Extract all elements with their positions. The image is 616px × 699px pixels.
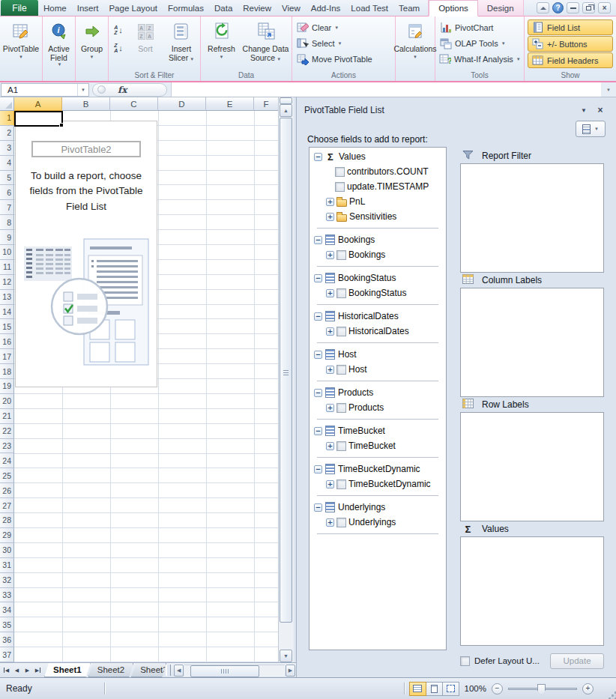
close-icon[interactable]: ×: [598, 2, 611, 13]
vertical-scrollbar-thumb[interactable]: [280, 118, 292, 623]
row-header-23[interactable]: 23: [0, 439, 14, 454]
field-checkbox[interactable]: [336, 441, 346, 451]
horizontal-scrollbar[interactable]: ◀ ▶: [174, 664, 295, 677]
horizontal-scrollbar-thumb[interactable]: [190, 665, 259, 677]
row-header-24[interactable]: 24: [0, 453, 14, 468]
formula-bar-expand-icon[interactable]: ▼: [601, 88, 616, 92]
pivottable-button[interactable]: PivotTable▼: [3, 18, 39, 71]
field-item-timebucket[interactable]: +TimeBucket: [309, 438, 446, 453]
field-checkbox[interactable]: [336, 288, 346, 298]
column-header-d[interactable]: D: [158, 97, 206, 111]
field-group-products[interactable]: −Products: [309, 385, 446, 400]
zoom-slider[interactable]: [508, 688, 577, 690]
row-header-27[interactable]: 27: [0, 498, 14, 513]
row-header-35[interactable]: 35: [0, 617, 14, 632]
update-button[interactable]: Update: [550, 653, 604, 669]
row-header-34[interactable]: 34: [0, 602, 14, 617]
field-group-bookings[interactable]: −Bookings: [309, 232, 446, 247]
previous-sheet-icon[interactable]: ◀: [12, 665, 22, 677]
change-data-source-button[interactable]: Change Data Source▼: [241, 18, 291, 71]
column-header-f[interactable]: F: [254, 97, 278, 111]
drop-zone-row-labels[interactable]: [460, 412, 604, 521]
sheet-tab-sheet2[interactable]: Sheet2: [88, 663, 133, 677]
tab-add-ins[interactable]: Add-Ins: [306, 0, 346, 16]
tab-formulas[interactable]: Formulas: [163, 0, 209, 16]
row-header-31[interactable]: 31: [0, 558, 14, 573]
tab-review[interactable]: Review: [238, 0, 277, 16]
row-header-19[interactable]: 19: [0, 379, 14, 394]
last-sheet-icon[interactable]: ▶: [33, 665, 43, 677]
drop-zone-report-filter[interactable]: [460, 163, 604, 273]
sheet-tab-sheet3[interactable]: Sheet3: [131, 663, 166, 677]
row-header-36[interactable]: 36: [0, 632, 14, 647]
tab-design[interactable]: Design: [478, 0, 523, 16]
expand-icon[interactable]: +: [326, 213, 334, 221]
tab-data[interactable]: Data: [209, 0, 238, 16]
move-pivottable-button[interactable]: Move PivotTable: [292, 51, 395, 67]
field-checkbox[interactable]: [335, 167, 345, 177]
sheet-tab-sheet1[interactable]: Sheet1: [44, 663, 91, 677]
restore-icon[interactable]: [582, 2, 595, 13]
expand-icon[interactable]: +: [326, 518, 334, 527]
scroll-left-icon[interactable]: ◀: [174, 665, 184, 677]
field-item-historicaldates[interactable]: +HistoricalDates: [309, 324, 446, 339]
row-header-11[interactable]: 11: [0, 260, 14, 275]
minimize-icon[interactable]: [567, 2, 579, 13]
select-all-corner[interactable]: [0, 97, 14, 111]
field-checkbox[interactable]: [335, 182, 345, 192]
row-header-10[interactable]: 10: [0, 245, 14, 260]
row-header-5[interactable]: 5: [0, 171, 14, 186]
tab-split-handle[interactable]: [166, 665, 171, 676]
field-group-underlyings[interactable]: −Underlyings: [309, 500, 446, 515]
expand-icon[interactable]: +: [326, 442, 334, 450]
row-header-17[interactable]: 17: [0, 349, 14, 364]
expand-icon[interactable]: +: [326, 327, 334, 336]
collapse-icon[interactable]: −: [314, 236, 322, 244]
field-item-underlyings[interactable]: +Underlyings: [309, 515, 446, 530]
first-sheet-icon[interactable]: ◀: [1, 665, 11, 677]
row-header-12[interactable]: 12: [0, 275, 14, 290]
field-group-historicaldates[interactable]: −HistoricalDates: [309, 309, 446, 324]
collapse-ribbon-icon[interactable]: [537, 2, 549, 13]
sort-button[interactable]: AZZA Sort: [129, 18, 162, 71]
row-header-33[interactable]: 33: [0, 588, 14, 603]
field-group-bookingstatus[interactable]: −BookingStatus: [309, 270, 446, 285]
active-field-button[interactable]: i Active Field▼: [43, 18, 75, 71]
field-item-timebucketdynamic[interactable]: +TimeBucketDynamic: [309, 476, 446, 491]
row-header-3[interactable]: 3: [0, 141, 14, 156]
row-header-29[interactable]: 29: [0, 528, 14, 543]
field-item-contributors-count[interactable]: contributors.COUNT: [309, 164, 446, 179]
field-group-host[interactable]: −Host: [309, 347, 446, 362]
row-header-6[interactable]: 6: [0, 185, 14, 200]
row-header-20[interactable]: 20: [0, 394, 14, 409]
row-header-37[interactable]: 37: [0, 647, 14, 662]
collapse-icon[interactable]: −: [314, 274, 322, 282]
olap-tools-button[interactable]: OLAP Tools▼: [435, 35, 524, 51]
field-item-sensitivities[interactable]: +Sensitivities: [309, 209, 446, 224]
collapse-icon[interactable]: −: [314, 153, 322, 161]
field-group-timebucketdynamic[interactable]: −TimeBucketDynamic: [309, 462, 446, 476]
collapse-icon[interactable]: −: [314, 351, 322, 359]
expand-icon[interactable]: +: [326, 198, 334, 206]
field-checkbox[interactable]: [336, 327, 346, 336]
tab-home[interactable]: Home: [38, 0, 72, 16]
clear-button[interactable]: Clear▼: [292, 19, 395, 35]
pane-layout-button[interactable]: ▼: [576, 121, 606, 137]
horizontal-scrollbar-track[interactable]: [184, 665, 285, 677]
expand-icon[interactable]: +: [326, 366, 334, 374]
pane-close-icon[interactable]: ×: [595, 105, 606, 115]
sort-descending-button[interactable]: ZA↓: [109, 39, 128, 57]
page-break-view-button[interactable]: [442, 682, 459, 696]
tab-view[interactable]: View: [277, 0, 306, 16]
row-header-2[interactable]: 2: [0, 126, 14, 141]
expand-icon[interactable]: +: [326, 251, 334, 259]
scroll-right-icon[interactable]: ▶: [286, 665, 295, 677]
tab-insert[interactable]: Insert: [72, 0, 104, 16]
field-checkbox[interactable]: [336, 479, 346, 489]
field-checkbox[interactable]: [336, 518, 346, 527]
field-headers-toggle[interactable]: Field Headers: [528, 52, 613, 68]
page-layout-view-button[interactable]: [426, 682, 443, 696]
field-item-bookings[interactable]: +Bookings: [309, 247, 446, 262]
resize-grip[interactable]: [612, 695, 614, 697]
calculations-button[interactable]: Calculations▼: [393, 18, 436, 71]
